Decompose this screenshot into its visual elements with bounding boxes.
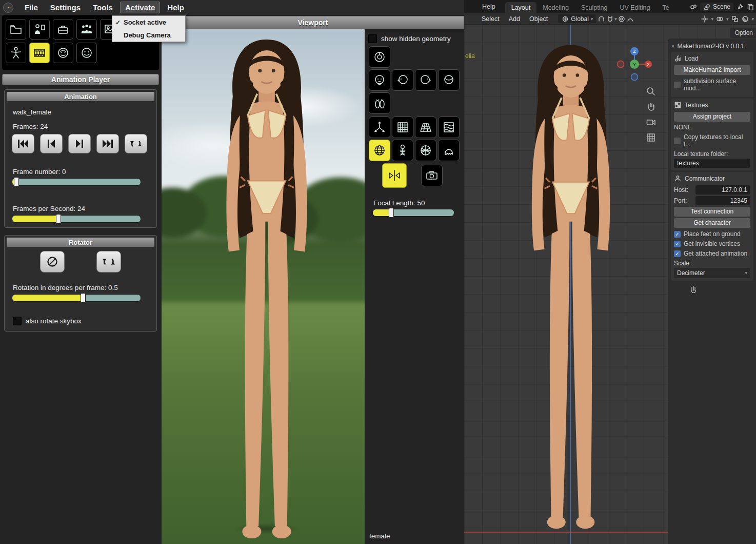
smiley-icon[interactable] [76,43,97,63]
blender-version-icon[interactable] [690,3,698,11]
frame-number-slider[interactable] [12,178,141,186]
show-hidden-geometry-checkbox[interactable] [368,34,377,43]
fps-slider[interactable] [12,215,141,223]
rotate-loop-icon[interactable] [96,251,121,273]
communicator-panel-header[interactable]: Communicator [674,174,750,184]
head-left-icon[interactable] [392,69,413,91]
wireframe-head-icon[interactable] [415,140,436,161]
zoom-icon[interactable] [645,85,657,98]
focal-length-slider-handle[interactable] [389,208,394,218]
expression-icon[interactable] [53,43,73,63]
rotation-slider[interactable] [12,294,141,302]
grid-fine-icon[interactable] [392,116,413,138]
skip-to-start-icon[interactable] [12,134,34,153]
snap-target-icon[interactable] [597,15,605,23]
rotate-skybox-checkbox[interactable] [13,317,22,325]
tab-modeling[interactable]: Modeling [536,2,575,13]
fps-slider-handle[interactable] [56,214,61,224]
screenshot-camera-icon[interactable] [421,165,443,186]
texture-folder-input[interactable]: textures [674,159,750,168]
menu-add[interactable]: Add [505,14,524,24]
skip-to-end-icon[interactable] [96,134,119,153]
menu-file[interactable]: File [19,2,43,13]
options-tab[interactable]: Option [730,28,756,38]
viewport-shading-icon[interactable] [741,15,749,23]
scale-dropdown[interactable]: Decimeter ▾ [674,268,750,278]
textures-panel-header[interactable]: Textures [674,101,750,110]
feet-view-icon[interactable] [369,92,390,114]
grid-perspective-icon[interactable] [415,116,436,138]
shading-chevron-icon[interactable]: ▾ [751,16,754,22]
port-input[interactable]: 12345 [695,196,750,205]
menu-item-debug-camera[interactable]: Debug Camera [112,29,185,42]
menu-select[interactable]: Select [478,14,504,24]
head-top-view-icon[interactable] [369,46,390,68]
pan-hand-icon[interactable] [645,101,657,113]
invisible-vertices-checkbox[interactable]: ✓ [674,241,681,247]
ghost-mode-icon[interactable] [438,140,460,161]
falloff-curve-icon[interactable] [627,15,634,23]
camera-view-icon[interactable] [645,116,657,128]
materials-suitcase-icon[interactable] [53,19,73,40]
scene-widget[interactable]: Scene [700,3,733,11]
test-connection-button[interactable]: Test connection [674,207,750,217]
menu-help[interactable]: Help [478,2,500,12]
load-panel-header[interactable]: Load [674,54,750,64]
snap-magnet-icon[interactable] [606,15,613,23]
axes-icon[interactable] [369,116,390,138]
menu-object[interactable]: Object [525,14,552,24]
place-feet-checkbox[interactable]: ✓ [674,231,681,238]
menu-help[interactable]: Help [162,2,189,13]
menu-settings[interactable]: Settings [45,2,86,13]
makehuman2-io-panel-header[interactable]: ▾ MakeHuman2-IO v 0.0.1 [671,41,753,52]
show-gizmos-icon[interactable] [701,15,708,23]
tab-uv-editing[interactable]: UV Editing [613,2,656,13]
symmetry-icon[interactable] [382,163,407,188]
proportional-editing-icon[interactable] [618,15,626,23]
makehuman-3d-viewport[interactable] [162,29,365,544]
menu-item-socket-active[interactable]: ✓ Socket active [112,16,185,29]
globe-skybox-icon[interactable] [369,140,390,161]
new-scene-icon[interactable] [746,3,754,11]
navigation-gizmo[interactable]: Z X Y [616,46,652,82]
gizmos-chevron-icon[interactable]: ▾ [711,16,713,22]
get-character-button[interactable]: Get character [674,218,750,228]
copy-textures-checkbox[interactable] [674,138,681,144]
attached-animation-checkbox[interactable]: ✓ [674,250,681,257]
next-frame-icon[interactable] [68,134,91,153]
pin-icon[interactable] [736,3,744,11]
overlays-chevron-icon[interactable]: ▾ [726,16,729,22]
frame-number-slider-handle[interactable] [14,177,19,187]
transform-orientation-dropdown[interactable]: Global ▾ [558,14,596,23]
tab-sculpting[interactable]: Sculpting [575,2,613,13]
head-back-icon[interactable] [438,69,460,91]
files-folder-icon[interactable] [6,19,26,40]
rotation-slider-handle[interactable] [81,293,86,303]
host-input[interactable]: 127.0.0.1 [695,185,750,195]
skeleton-view-icon[interactable] [392,140,413,161]
animation-film-icon[interactable] [29,43,50,63]
pose-load-icon[interactable] [29,19,50,40]
pose-person-icon[interactable] [6,43,26,63]
tab-texture-paint[interactable]: Te [656,2,675,13]
focal-length-slider[interactable] [372,209,454,217]
xray-toggle-icon[interactable] [731,15,739,23]
stop-rotation-icon[interactable] [40,251,65,273]
tab-layout[interactable]: Layout [505,2,537,13]
head-right-icon[interactable] [415,69,436,91]
checkmark-icon: ✓ [112,19,124,26]
subdivision-checkbox[interactable] [674,82,681,88]
loop-icon[interactable] [125,134,147,153]
collapsed-tool-icon[interactable] [689,285,697,293]
head-front-icon[interactable] [369,69,390,91]
toggle-grid-icon[interactable] [645,131,657,144]
menu-tools[interactable]: Tools [88,2,118,13]
previous-frame-icon[interactable] [40,134,63,153]
snap-chevron-icon[interactable]: ▾ [614,16,617,22]
menu-activate[interactable]: Activate [120,2,160,13]
assign-project-button[interactable]: Assign project [674,112,750,122]
texture-icon[interactable] [438,116,460,138]
overlays-icon[interactable] [716,15,724,23]
mass-produce-icon[interactable] [76,19,97,40]
makehuman2-import-button[interactable]: MakeHuman2 Import [674,65,750,75]
